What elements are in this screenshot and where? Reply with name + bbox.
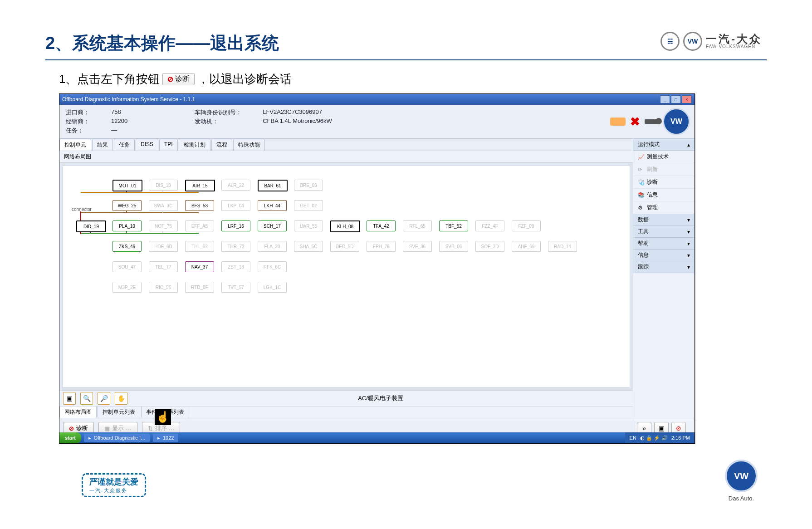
ecu-node-RFK_6C[interactable]: RFK_6C (258, 261, 287, 272)
subtab-网络布局图[interactable]: 网络布局图 (59, 407, 97, 418)
sidebar-section-工具[interactable]: 工具▾ (633, 226, 695, 238)
ecu-node-BFS_53[interactable]: BFS_53 (185, 200, 214, 211)
vw-logo-icon: VW (683, 32, 702, 51)
close-icon: ⊘ (69, 425, 74, 432)
sidebar-section-数据[interactable]: 数据▾ (633, 214, 695, 226)
brand-en: FAW-VOLKSWAGEN (706, 44, 762, 49)
ecu-node-NOT_75[interactable]: NOT_75 (149, 220, 178, 231)
tab-任务[interactable]: 任务 (114, 139, 135, 151)
instruction-post: ，以退出诊断会话 (197, 71, 292, 87)
ecu-node-LRF_16[interactable]: LRF_16 (221, 220, 250, 231)
start-button[interactable]: start (59, 432, 81, 443)
vw-logo-icon: VW (663, 108, 690, 135)
cursor-pointer-icon (155, 409, 171, 425)
ecu-node-TVT_57[interactable]: TVT_57 (221, 282, 250, 293)
hand-icon[interactable]: ✋ (115, 392, 127, 405)
tab-特殊功能[interactable]: 特殊功能 (233, 139, 265, 151)
ecu-node-FLA_20[interactable]: FLA_20 (258, 241, 287, 252)
zoom-in-icon[interactable]: 🔍 (80, 392, 93, 405)
taskbar-task[interactable]: ▸Offboard Diagnostic I… (84, 434, 150, 442)
ecu-node-SHA_5C[interactable]: SHA_5C (294, 241, 323, 252)
sidebar-item-测量技术[interactable]: 📈测量技术 (633, 151, 695, 163)
ecu-node-THR_72[interactable]: THR_72 (221, 241, 250, 252)
zoom-out-icon[interactable]: 🔎 (98, 392, 110, 405)
ecu-node-BED_5D[interactable]: BED_5D (330, 241, 359, 252)
sidebar-item-信息[interactable]: 📚信息 (633, 189, 695, 201)
sidebar-section-帮助[interactable]: 帮助▾ (633, 238, 695, 250)
ecu-node-SOF_3D[interactable]: SOF_3D (475, 241, 504, 252)
tab-流程[interactable]: 流程 (211, 139, 232, 151)
sidebar-section-信息[interactable]: 信息▾ (633, 250, 695, 261)
tab-控制单元[interactable]: 控制单元 (59, 139, 91, 151)
ecu-node-RFL_65[interactable]: RFL_65 (403, 220, 432, 231)
ecu-node-ZKS_46[interactable]: ZKS_46 (113, 241, 142, 252)
chevron-down-icon: ▾ (687, 264, 690, 270)
ecu-node-LKP_04[interactable]: LKP_04 (221, 200, 250, 211)
ecu-node-SVB_06[interactable]: SVB_06 (439, 241, 468, 252)
faw-logo-icon: ☵ (660, 32, 680, 51)
tab-检测计划[interactable]: 检测计划 (179, 139, 210, 151)
panel-title: 网络布局图 (59, 151, 633, 163)
ecu-node-BRE_03[interactable]: BRE_03 (294, 180, 323, 191)
ecu-node-FZF_09[interactable]: FZF_09 (512, 220, 541, 231)
ecu-node-GET_02[interactable]: GET_02 (294, 200, 323, 211)
chevron-down-icon: ▾ (687, 217, 690, 223)
ecu-node-RIO_56[interactable]: RIO_56 (149, 282, 178, 293)
sidebar-mode-header[interactable]: 运行模式▴ (633, 139, 695, 151)
ecu-node-SCH_17[interactable]: SCH_17 (258, 220, 287, 231)
ecu-node-EPH_76[interactable]: EPH_76 (367, 241, 396, 252)
ecu-node-M3P_2E[interactable]: M3P_2E (113, 282, 142, 293)
close-button[interactable]: × (682, 95, 692, 103)
ecu-node-TBF_52[interactable]: TBF_52 (439, 220, 468, 231)
ecu-node-EFF_A5[interactable]: EFF_A5 (185, 220, 214, 231)
subtab-控制单元列表[interactable]: 控制单元列表 (98, 407, 140, 418)
ecu-node-SWA_3C[interactable]: SWA_3C (149, 200, 178, 211)
slogan-badge: 严谨就是关爱 一汽-大众服务 (82, 473, 146, 497)
taskbar-task[interactable]: ▸1022 (153, 434, 178, 442)
brand-block: ☵ VW 一汽-大众 FAW-VOLKSWAGEN (660, 32, 762, 51)
ecu-node-RAD_14[interactable]: RAD_14 (548, 241, 577, 252)
sidebar-item-诊断[interactable]: 🩺诊断 (633, 176, 695, 189)
ecu-node-LGK_1C[interactable]: LGK_1C (258, 282, 287, 293)
connector-label: connector (72, 207, 92, 212)
ecu-node-LWR_55[interactable]: LWR_55 (294, 220, 323, 231)
fit-icon[interactable]: ▣ (63, 392, 76, 405)
ecu-node-NAV_37[interactable]: NAV_37 (185, 261, 214, 272)
tab-结果[interactable]: 结果 (92, 139, 113, 151)
xp-taskbar: start ▸Offboard Diagnostic I…▸1022 EN ◐ … (59, 432, 695, 443)
ecu-node-ALR_22[interactable]: ALR_22 (221, 180, 250, 191)
ecu-node-TEL_77[interactable]: TEL_77 (149, 261, 178, 272)
ecu-node-DID_19[interactable]: DID_19 (76, 220, 106, 232)
ecu-node-AIR_15[interactable]: AIR_15 (185, 180, 215, 191)
instruction-pre: 1、点击左下角按钮 (59, 71, 160, 87)
ecu-node-MOT_01[interactable]: MOT_01 (113, 180, 142, 191)
ecu-node-TFA_42[interactable]: TFA_42 (367, 220, 396, 231)
ecu-node-BAR_61[interactable]: BAR_61 (258, 180, 288, 191)
maximize-button[interactable]: □ (671, 95, 681, 103)
ecu-node-LKH_44[interactable]: LKH_44 (258, 200, 287, 211)
sidebar-item-管理[interactable]: ⚙管理 (633, 201, 695, 214)
tab-DISS[interactable]: DISS (136, 139, 158, 151)
ecu-node-WEG_25[interactable]: WEG_25 (113, 200, 142, 211)
brand-cn: 一汽-大众 (706, 34, 762, 44)
ecu-node-SOU_47[interactable]: SOU_47 (113, 261, 142, 272)
ecu-node-DIS_13[interactable]: DIS_13 (149, 180, 178, 191)
ecu-node-FZZ_4F[interactable]: FZZ_4F (475, 220, 504, 231)
tab-TPI[interactable]: TPI (159, 139, 178, 151)
network-diagram: connector MOT_01DIS_13AIR_15ALR_22BAR_61… (62, 166, 630, 387)
ecu-node-PLA_10[interactable]: PLA_10 (113, 220, 142, 231)
sidebar-section-跟踪[interactable]: 跟踪▾ (633, 261, 695, 273)
window-titlebar: Offboard Diagnostic Information System S… (59, 94, 695, 105)
ecu-node-KLH_08[interactable]: KLH_08 (330, 220, 360, 232)
chevron-down-icon: ▾ (687, 229, 690, 235)
main-tabs: 控制单元结果任务DISSTPI检测计划流程特殊功能 (59, 139, 633, 151)
app-window: Offboard Diagnostic Information System S… (59, 93, 695, 444)
ecu-node-SVF_36[interactable]: SVF_36 (403, 241, 432, 252)
ecu-node-AHF_69[interactable]: AHF_69 (512, 241, 541, 252)
minimize-button[interactable]: _ (660, 95, 670, 103)
ecu-node-THL_62[interactable]: THL_62 (185, 241, 214, 252)
ecu-node-HDE_6D[interactable]: HDE_6D (149, 241, 178, 252)
ecu-node-RTD_0F[interactable]: RTD_0F (185, 282, 214, 293)
sidebar-item-刷新[interactable]: ⟳刷新 (633, 163, 695, 176)
ecu-node-ZST_18[interactable]: ZST_18 (221, 261, 250, 272)
